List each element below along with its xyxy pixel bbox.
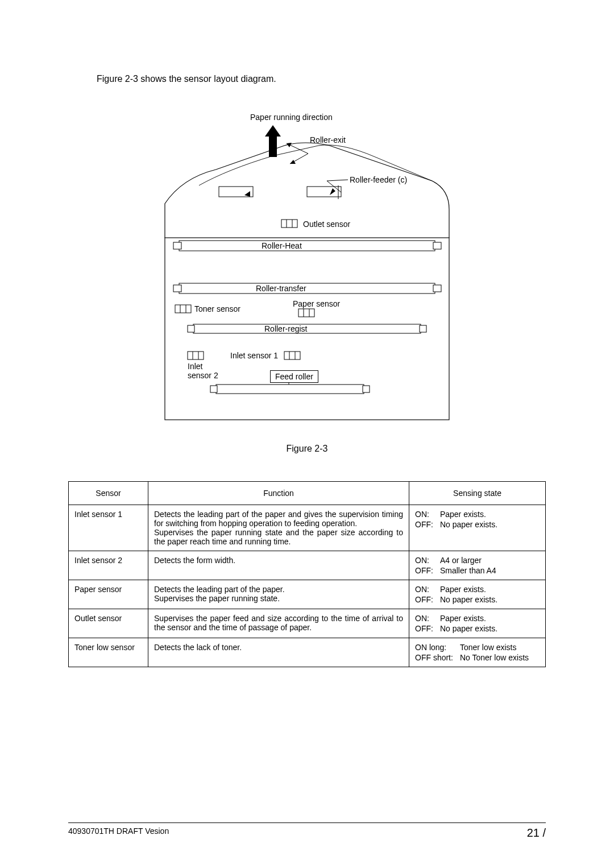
svg-rect-35 (216, 385, 364, 394)
cell-state: ON long:Toner low existsOFF short:No Ton… (409, 638, 546, 667)
svg-rect-37 (363, 386, 370, 392)
th-state: Sensing state (409, 482, 546, 505)
svg-rect-18 (173, 285, 181, 292)
th-function: Function (148, 482, 409, 505)
svg-rect-29 (188, 352, 204, 359)
state-key: OFF: (415, 595, 433, 604)
table-row: Inlet sensor 2Detects the form width.ON:… (69, 551, 546, 580)
state-value: Paper exists. (440, 614, 540, 623)
svg-rect-32 (284, 352, 300, 359)
cell-state: ON:Paper exists.OFF:No paper exists. (409, 505, 546, 551)
state-key: OFF: (415, 566, 433, 575)
table-row: Paper sensorDetects the leading part of … (69, 580, 546, 609)
cell-sensor: Inlet sensor 2 (69, 551, 148, 580)
state-value: No paper exists. (440, 624, 540, 633)
state-key: OFF: (415, 520, 433, 529)
table-row: Outlet sensorSupervises the paper feed a… (69, 609, 546, 638)
svg-marker-5 (290, 160, 296, 164)
svg-rect-11 (281, 220, 297, 228)
label-roller-exit: Roller-exit (310, 135, 346, 144)
state-key: ON: (415, 614, 433, 623)
footer-left: 40930701TH DRAFT Vesion (68, 826, 169, 840)
cell-state: ON:A4 or largerOFF:Smaller than A4 (409, 551, 546, 580)
figure-caption: Figure 2-3 (68, 444, 546, 454)
state-key: ON: (415, 510, 433, 519)
svg-rect-15 (173, 242, 181, 249)
label-toner-sensor: Toner sensor (194, 304, 240, 313)
table-row: Toner low sensorDetects the lack of tone… (69, 638, 546, 667)
svg-rect-14 (179, 241, 435, 251)
label-roller-regist: Roller-regist (264, 324, 307, 333)
label-roller-feeder-c: Roller-feeder (c) (350, 175, 407, 184)
label-inlet-sensor-1: Inlet sensor 1 (230, 351, 278, 360)
svg-rect-27 (188, 325, 194, 332)
svg-rect-28 (420, 325, 426, 332)
cell-state: ON:Paper exists.OFF:No paper exists. (409, 609, 546, 638)
label-inlet-sensor-2-line1: Inlet (188, 362, 202, 371)
sensor-table: Sensor Function Sensing state Inlet sens… (68, 481, 546, 667)
cell-function: Detects the lack of toner. (148, 638, 409, 667)
diagram-container: Paper running direction Roller-exit Roll… (68, 113, 546, 428)
svg-rect-36 (210, 386, 217, 392)
state-key: ON: (415, 585, 433, 594)
state-value: No paper exists. (440, 520, 540, 529)
svg-marker-1 (265, 125, 281, 137)
sensor-layout-diagram: Paper running direction Roller-exit Roll… (159, 113, 455, 425)
cell-function: Detects the leading part of the paper.Su… (148, 580, 409, 609)
cell-state: ON:Paper exists.OFF:No paper exists. (409, 580, 546, 609)
label-outlet-sensor: Outlet sensor (303, 220, 350, 229)
state-key: OFF short: (415, 653, 453, 662)
cell-sensor: Outlet sensor (69, 609, 148, 638)
state-value: No paper exists. (440, 595, 540, 604)
label-roller-transfer: Roller-transfer (256, 284, 306, 293)
svg-rect-20 (175, 305, 191, 313)
svg-rect-19 (433, 285, 441, 292)
state-value: Paper exists. (440, 585, 540, 594)
table-row: Inlet sensor 1Detects the leading part o… (69, 505, 546, 551)
state-value: A4 or larger (440, 556, 540, 565)
intro-text: Figure 2-3 shows the sensor layout diagr… (97, 74, 546, 84)
state-value: Smaller than A4 (440, 566, 540, 575)
svg-rect-23 (298, 309, 314, 317)
th-sensor: Sensor (69, 482, 148, 505)
state-value: Toner low exists (460, 643, 540, 652)
cell-sensor: Paper sensor (69, 580, 148, 609)
state-value: No Toner low exists (460, 653, 540, 662)
page-footer: 40930701TH DRAFT Vesion 21 / (68, 822, 546, 840)
label-roller-heat: Roller-Heat (262, 241, 302, 250)
cell-sensor: Toner low sensor (69, 638, 148, 667)
state-key: OFF: (415, 624, 433, 633)
cell-function: Detects the form width. (148, 551, 409, 580)
svg-rect-17 (179, 283, 435, 294)
state-key: ON long: (415, 643, 453, 652)
svg-rect-16 (433, 242, 441, 249)
state-value: Paper exists. (440, 510, 540, 519)
cell-function: Supervises the paper feed and size accor… (148, 609, 409, 638)
label-inlet-sensor-2-line2: sensor 2 (188, 371, 218, 380)
label-feed-roller: Feed roller (270, 370, 318, 383)
label-paper-running-direction: Paper running direction (250, 113, 333, 122)
state-key: ON: (415, 556, 433, 565)
cell-sensor: Inlet sensor 1 (69, 505, 148, 551)
cell-function: Detects the leading part of the paper an… (148, 505, 409, 551)
label-paper-sensor: Paper sensor (293, 299, 340, 308)
footer-page-number: 21 / (527, 826, 546, 840)
